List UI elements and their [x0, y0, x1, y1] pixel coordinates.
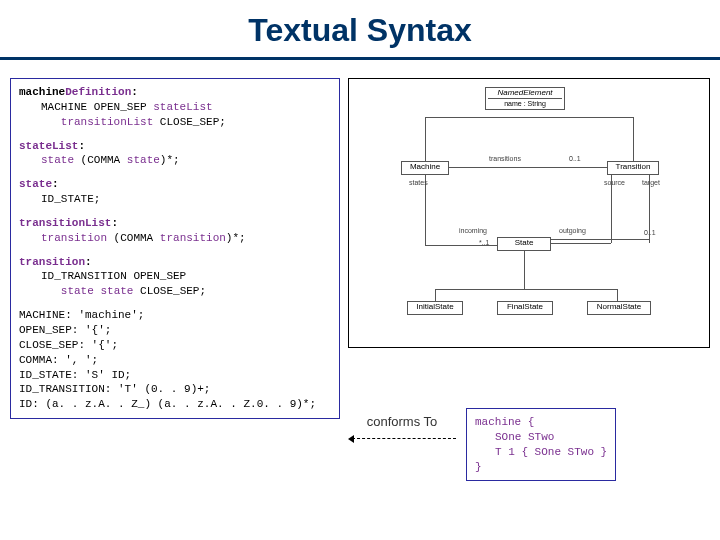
rule-body: transition (COMMA transition)*; [19, 231, 331, 246]
rule-head: transition: [19, 256, 92, 268]
rule-tokens: MACHINE: 'machine'; OPEN_SEP: '{'; CLOSE… [19, 308, 331, 412]
uml-attr: name : String [488, 98, 562, 109]
slide-title: Textual Syntax [248, 12, 471, 49]
uml-initial: InitialState [407, 301, 463, 315]
label-target: target [642, 179, 660, 186]
diagram-column: NamedElement name : String Machine Trans… [348, 78, 710, 481]
uml-edge [435, 289, 436, 301]
rule-machine-def: machineDefinition: MACHINE OPEN_SEP stat… [19, 85, 331, 130]
uml-label: NamedElement [488, 89, 562, 98]
label-one: 0..1 [569, 155, 581, 162]
grammar-column: machineDefinition: MACHINE OPEN_SEP stat… [10, 78, 340, 481]
token-idstate: ID_STATE: 'S' ID; [19, 368, 331, 383]
token-idtrans: ID_TRANSITION: 'T' (0. . 9)+; [19, 382, 331, 397]
uml-edge [551, 239, 649, 240]
rule-head: state: [19, 178, 59, 190]
label-star-range: *..1 [479, 239, 490, 246]
uml-edge [633, 117, 634, 161]
rule-body: ID_STATE; [19, 192, 331, 207]
grammar-box: machineDefinition: MACHINE OPEN_SEP stat… [10, 78, 340, 419]
instance-line: } [475, 460, 607, 475]
rule-transition: transition: ID_TRANSITION OPEN_SEP state… [19, 255, 331, 300]
arrow-icon [348, 433, 456, 443]
uml-normal: NormalState [587, 301, 651, 315]
uml-edge [449, 167, 607, 168]
uml-named-element: NamedElement name : String [485, 87, 565, 110]
uml-edge [435, 289, 617, 290]
rule-head: stateList: [19, 140, 85, 152]
uml-edge [617, 289, 618, 301]
rule-transition-list: transitionList: transition (COMMA transi… [19, 216, 331, 246]
conforms-block: conforms To [348, 408, 456, 443]
token-id: ID: (a. . z.A. . Z_) (a. . z.A. . Z.0. .… [19, 397, 331, 412]
conforms-label: conforms To [348, 408, 456, 429]
uml-edge [425, 117, 525, 118]
uml-final: FinalState [497, 301, 553, 315]
instance-line: T 1 { SOne STwo } [475, 445, 607, 460]
label-outgoing: outgoing [559, 227, 586, 234]
code-text: machine { [475, 416, 534, 428]
label-transitions: transitions [489, 155, 521, 162]
code-text: T 1 { SOne STwo } [495, 446, 607, 458]
token-comma: COMMA: ', '; [19, 353, 331, 368]
rule-body: state (COMMA state)*; [19, 153, 331, 168]
token-open: OPEN_SEP: '{'; [19, 323, 331, 338]
rule-state-list: stateList: state (COMMA state)*; [19, 139, 331, 169]
conforms-row: conforms To machine { SOne STwo T 1 { SO… [348, 408, 710, 481]
rule-head: machineDefinition: [19, 86, 138, 98]
code-text: } [475, 461, 482, 473]
uml-transition: Transition [607, 161, 659, 175]
rule-head: transitionList: [19, 217, 118, 229]
instance-line: SOne STwo [475, 430, 607, 445]
label-states: states [409, 179, 428, 186]
rule-body: ID_TRANSITION OPEN_SEP state state CLOSE… [19, 269, 331, 299]
uml-edge [425, 117, 426, 161]
title-bar: Textual Syntax [0, 0, 720, 60]
rule-state: state: ID_STATE; [19, 177, 331, 207]
uml-edge [525, 117, 633, 118]
uml-state: State [497, 237, 551, 251]
instance-box: machine { SOne STwo T 1 { SOne STwo } } [466, 408, 616, 481]
code-text: SOne STwo [495, 431, 554, 443]
uml-edge [524, 251, 525, 289]
uml-edge [551, 243, 611, 244]
content-area: machineDefinition: MACHINE OPEN_SEP stat… [0, 60, 720, 491]
token-close: CLOSE_SEP: '{'; [19, 338, 331, 353]
uml-machine: Machine [401, 161, 449, 175]
label-source: source [604, 179, 625, 186]
label-star: 0..1 [644, 229, 656, 236]
label-incoming: incoming [459, 227, 487, 234]
uml-diagram: NamedElement name : String Machine Trans… [348, 78, 710, 348]
rule-body: MACHINE OPEN_SEP stateList transitionLis… [19, 100, 331, 130]
instance-line: machine { [475, 415, 607, 430]
token-machine: MACHINE: 'machine'; [19, 308, 331, 323]
